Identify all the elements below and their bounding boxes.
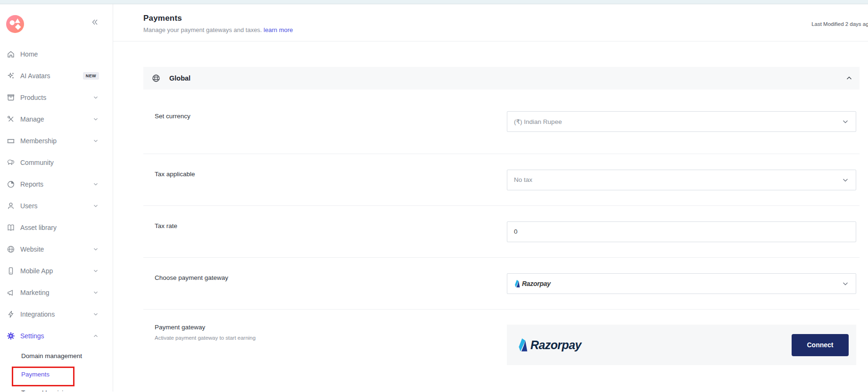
page-subtitle: Manage your payment gateways and taxes. … bbox=[143, 26, 868, 33]
logo-shapes-icon bbox=[6, 15, 24, 33]
megaphone-icon bbox=[7, 288, 15, 297]
box-icon bbox=[7, 93, 15, 102]
sidebar-nav: Home AI Avatars NEW Products Manage Memb… bbox=[0, 43, 113, 392]
sidebar-item-label: Products bbox=[20, 94, 46, 101]
lightning-icon bbox=[7, 310, 15, 318]
sidebar-item-integrations[interactable]: Integrations bbox=[0, 303, 113, 325]
browser-top-strip bbox=[0, 0, 868, 4]
field-label: Payment gateway bbox=[155, 324, 256, 331]
new-badge: NEW bbox=[83, 72, 99, 80]
last-modified-text: Last Modified 2 days ago bbox=[811, 21, 868, 27]
chevron-down-icon bbox=[92, 203, 99, 209]
chevron-down-icon bbox=[92, 311, 99, 318]
sidebar-item-manage[interactable]: Manage bbox=[0, 108, 113, 130]
user-icon bbox=[7, 202, 15, 210]
pie-chart-icon bbox=[7, 180, 15, 188]
sidebar-item-asset-library[interactable]: Asset library bbox=[0, 217, 113, 238]
currency-select[interactable]: (₹) Indian Rupee bbox=[507, 111, 856, 132]
tools-icon bbox=[7, 115, 15, 123]
payment-gateway-select[interactable]: Razorpay bbox=[507, 273, 856, 294]
chevron-down-icon bbox=[92, 94, 99, 101]
razorpay-wordmark: Razorpay bbox=[530, 338, 581, 352]
sidebar-item-settings[interactable]: Settings bbox=[0, 325, 113, 347]
tax-applicable-select-value: No tax bbox=[514, 176, 532, 183]
learn-more-link[interactable]: learn more bbox=[264, 26, 293, 33]
chevron-up-icon[interactable] bbox=[845, 74, 853, 82]
sidebar-item-label: Reports bbox=[20, 180, 43, 188]
double-chevron-left-icon bbox=[91, 18, 99, 26]
field-sublabel: Activate payment gateway to start earnin… bbox=[155, 335, 256, 341]
gateway-panel: Razorpay Connect bbox=[507, 325, 856, 365]
submenu-item-payments[interactable]: Payments bbox=[0, 365, 113, 384]
chevron-down-icon bbox=[842, 280, 849, 287]
submenu-item-tax-and-invoicing[interactable]: Tax and Invoicing bbox=[0, 384, 113, 392]
sidebar-item-membership[interactable]: Membership bbox=[0, 130, 113, 152]
sidebar-item-label: Membership bbox=[20, 137, 57, 145]
app-logo[interactable] bbox=[6, 15, 24, 33]
book-icon bbox=[7, 223, 15, 232]
sidebar-item-label: Community bbox=[20, 159, 54, 166]
submenu-item-label: Tax and Invoicing bbox=[21, 389, 70, 392]
sidebar-item-label: Asset library bbox=[20, 224, 57, 231]
sidebar-item-label: Home bbox=[20, 50, 38, 58]
tax-applicable-select[interactable]: No tax bbox=[507, 170, 856, 190]
field-label: Tax rate bbox=[143, 222, 177, 229]
chevron-down-icon bbox=[92, 181, 99, 188]
chevron-down-icon bbox=[92, 116, 99, 122]
currency-select-value: (₹) Indian Rupee bbox=[514, 118, 562, 125]
field-label: Choose payment gateway bbox=[143, 274, 228, 281]
field-label: Tax applicable bbox=[143, 171, 195, 178]
sidebar-item-reports[interactable]: Reports bbox=[0, 173, 113, 195]
sidebar-item-label: Settings bbox=[20, 332, 44, 340]
chat-bubbles-icon bbox=[7, 158, 15, 167]
form-row-payment-gateway: Payment gateway Activate payment gateway… bbox=[143, 310, 860, 375]
sidebar-item-label: Mobile App bbox=[20, 267, 53, 275]
connect-button[interactable]: Connect bbox=[792, 334, 849, 356]
razorpay-logo-small: Razorpay bbox=[514, 280, 551, 287]
form-row-tax-rate: Tax rate 0 bbox=[143, 206, 860, 258]
home-icon bbox=[7, 50, 15, 58]
submenu-item-domain-management[interactable]: Domain management bbox=[0, 347, 113, 365]
sidebar-item-label: Users bbox=[20, 202, 38, 210]
sidebar-item-users[interactable]: Users bbox=[0, 195, 113, 217]
tax-rate-input[interactable]: 0 bbox=[507, 221, 856, 242]
sidebar-item-home[interactable]: Home bbox=[0, 43, 113, 65]
sidebar-item-products[interactable]: Products bbox=[0, 87, 113, 108]
form-row-tax-applicable: Tax applicable No tax bbox=[143, 154, 860, 206]
sidebar-item-label: Manage bbox=[20, 115, 44, 123]
global-section-header[interactable]: Global bbox=[143, 67, 860, 90]
page-subtitle-text: Manage your payment gateways and taxes. bbox=[143, 26, 262, 33]
globe-icon bbox=[152, 74, 160, 82]
sidebar-item-website[interactable]: Website bbox=[0, 238, 113, 260]
sidebar-item-mobile-app[interactable]: Mobile App bbox=[0, 260, 113, 282]
gear-icon bbox=[7, 332, 15, 340]
sparkles-icon bbox=[7, 72, 15, 80]
sidebar-item-ai-avatars[interactable]: AI Avatars NEW bbox=[0, 65, 113, 87]
sidebar-item-label: Integrations bbox=[20, 310, 55, 318]
global-section: Global Set currency (₹) Indian Rupee Tax… bbox=[143, 67, 860, 375]
phone-icon bbox=[7, 267, 15, 275]
sidebar-item-community[interactable]: Community bbox=[0, 152, 113, 173]
razorpay-logo-large: Razorpay bbox=[517, 338, 581, 352]
page-title: Payments bbox=[143, 14, 868, 23]
sidebar-item-label: Marketing bbox=[20, 289, 49, 296]
chevron-down-icon bbox=[92, 138, 99, 144]
main-content: Payments Manage your payment gateways an… bbox=[113, 4, 868, 392]
submenu-item-label: Domain management bbox=[21, 352, 82, 359]
chevron-down-icon bbox=[92, 268, 99, 274]
page-header: Payments Manage your payment gateways an… bbox=[113, 4, 868, 41]
chevron-down-icon bbox=[92, 246, 99, 253]
sidebar-item-marketing[interactable]: Marketing bbox=[0, 282, 113, 303]
chevron-down-icon bbox=[842, 118, 849, 125]
sidebar-collapse-button[interactable] bbox=[91, 18, 99, 28]
chevron-down-icon bbox=[842, 176, 849, 184]
razorpay-mark-icon bbox=[514, 280, 520, 287]
sidebar-item-label: AI Avatars bbox=[20, 72, 50, 80]
global-section-title: Global bbox=[169, 74, 190, 82]
sidebar-item-label: Website bbox=[20, 245, 44, 253]
chevron-down-icon bbox=[92, 289, 99, 296]
field-label-block: Payment gateway Activate payment gateway… bbox=[143, 324, 256, 341]
tax-rate-value: 0 bbox=[514, 228, 518, 235]
razorpay-mark-icon bbox=[517, 338, 528, 351]
form-row-choose-gateway: Choose payment gateway Razorpay bbox=[143, 258, 860, 310]
